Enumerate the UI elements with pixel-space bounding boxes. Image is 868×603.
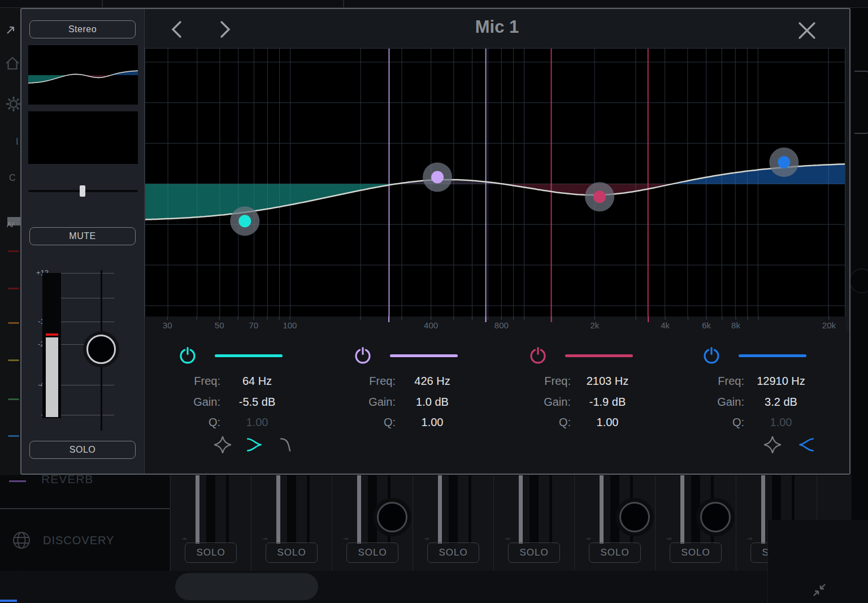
gain-label: Gain: (687, 396, 744, 409)
mute-button[interactable]: MUTE (29, 227, 136, 245)
strip-solo-button[interactable]: SOLO (346, 543, 398, 563)
band-3-handle[interactable] (593, 190, 606, 203)
strip-meter-bar (206, 475, 215, 544)
level-meter (42, 273, 61, 418)
band-4-power-button[interactable] (702, 346, 721, 365)
eq-thumbnail-empty[interactable] (28, 111, 138, 164)
q-label: Q: (163, 416, 220, 429)
eq-thumbnail-active[interactable] (28, 45, 138, 105)
band-4-color-line (739, 354, 806, 357)
strip-meter-bar (276, 475, 280, 544)
strip-meter-bar (287, 475, 296, 544)
strip-solo-button[interactable]: SOLO (185, 543, 237, 563)
low-shelf-filter-icon[interactable] (245, 435, 266, 455)
discovery-button[interactable]: DISCOVERY (11, 530, 114, 550)
bottom-bar (0, 571, 868, 603)
high-shelf-filter-icon[interactable] (795, 435, 815, 455)
strip-separator (332, 475, 332, 571)
strip-meter-bar (530, 475, 539, 544)
band-2-power-button[interactable] (354, 346, 372, 365)
background-top-strip (0, 0, 868, 8)
top-strip-separator (102, 0, 103, 8)
bottom-pill-button[interactable] (175, 573, 318, 600)
background-button-outline (854, 71, 868, 134)
axis-tick-label: 800 (494, 320, 509, 330)
strip-meter-bar (680, 475, 684, 544)
axis-tick-label: 30 (163, 320, 172, 330)
high-cut-filter-icon[interactable] (278, 435, 298, 455)
axis-tick-label: 8k (731, 320, 740, 330)
strip-separator (736, 475, 736, 571)
strip-meter-bar (438, 475, 442, 544)
band-4-freq-value[interactable]: 12910 Hz (744, 375, 818, 388)
close-icon[interactable] (797, 20, 817, 41)
strip-solo-button[interactable]: SOLO (589, 543, 641, 563)
strip-fader-knob[interactable] (377, 502, 407, 532)
fader-knob[interactable] (86, 335, 116, 364)
solo-button[interactable]: SOLO (29, 441, 136, 459)
band-1-q-value[interactable]: 1.00 (220, 416, 294, 429)
strip-meter-min-label: -∞ (424, 536, 429, 541)
band-3-freq-value[interactable]: 2103 Hz (571, 375, 644, 388)
stereo-mode-button[interactable]: Stereo (29, 20, 136, 38)
band-2-handle[interactable] (431, 171, 444, 183)
channel-panel: Stereo MUTE +120-12-24-48-∞ SOLO (21, 9, 145, 474)
band-4-handle[interactable] (778, 156, 790, 168)
strip-meter-bar (226, 475, 229, 544)
strip-meter-min-label: -∞ (262, 536, 267, 541)
band-4-gain-value[interactable]: 3.2 dB (744, 396, 818, 409)
strip-meter-bar (307, 475, 310, 544)
band-2-freq-value[interactable]: 426 Hz (396, 375, 469, 388)
gain-label: Gain: (163, 396, 220, 409)
bell-filter-icon[interactable] (212, 435, 233, 455)
channel-color-dash (8, 322, 19, 324)
q-label: Q: (338, 416, 396, 429)
band-3-power-button[interactable] (529, 346, 547, 365)
channel-color-dash (8, 398, 19, 400)
strip-fader-knob[interactable] (619, 502, 650, 532)
strip-solo-button[interactable]: SOLO (670, 543, 722, 563)
channel-color-dash (8, 250, 19, 252)
band-1-power-button[interactable] (179, 346, 197, 365)
sidebar-partial-text: A/ (7, 220, 14, 229)
band-4-q-value[interactable]: 1.00 (744, 416, 818, 429)
band-2-controls: Freq:426 Hz Gain:1.0 dB Q:1.00 (338, 332, 485, 474)
sidebar-partial-text: I (16, 137, 18, 147)
home-icon[interactable] (5, 55, 20, 71)
strip-meter-bar (519, 475, 523, 544)
strip-meter-min-label: -∞ (585, 536, 591, 541)
axis-tick-label: 70 (249, 320, 258, 330)
collapse-arrows-icon[interactable] (807, 578, 832, 602)
level-meter-fill (46, 337, 58, 417)
bell-filter-icon[interactable] (762, 435, 783, 455)
gain-label: Gain: (513, 396, 571, 409)
strip-fader-knob[interactable] (700, 502, 731, 532)
eq-dialog: Stereo MUTE +120-12-24-48-∞ SOLO Mic 1 3… (20, 8, 850, 475)
band-3-q-value[interactable]: 1.00 (571, 416, 644, 429)
strip-meter-bar (468, 475, 471, 544)
strip-solo-button[interactable]: SOLO (266, 543, 318, 563)
strip-separator (170, 475, 171, 571)
band-2-gain-value[interactable]: 1.0 dB (396, 396, 469, 409)
axis-tick-label: 20k (822, 320, 836, 330)
strip-meter-bar (196, 475, 199, 544)
strip-meter-bar (357, 475, 361, 544)
strip-meter-bar (761, 475, 765, 544)
band-1-freq-value[interactable]: 64 Hz (220, 375, 294, 388)
channel-color-dash (8, 359, 19, 361)
band-1-handle[interactable] (238, 215, 251, 227)
eq-graph[interactable] (145, 48, 845, 316)
strip-meter-bar (691, 475, 700, 544)
external-arrow-icon[interactable] (5, 24, 17, 36)
q-label: Q: (513, 416, 571, 429)
strip-separator (655, 475, 656, 571)
band-1-gain-value[interactable]: -5.5 dB (220, 396, 294, 409)
band-2-q-value[interactable]: 1.00 (396, 416, 469, 429)
axis-tick-label: 4k (661, 320, 670, 330)
pan-slider-handle[interactable] (80, 185, 85, 197)
strip-meter-bar (449, 475, 458, 544)
strip-meter-min-label: -∞ (747, 536, 752, 541)
band-3-gain-value[interactable]: -1.9 dB (571, 396, 644, 409)
strip-solo-button[interactable]: SOLO (508, 543, 560, 563)
strip-solo-button[interactable]: SOLO (427, 543, 479, 563)
